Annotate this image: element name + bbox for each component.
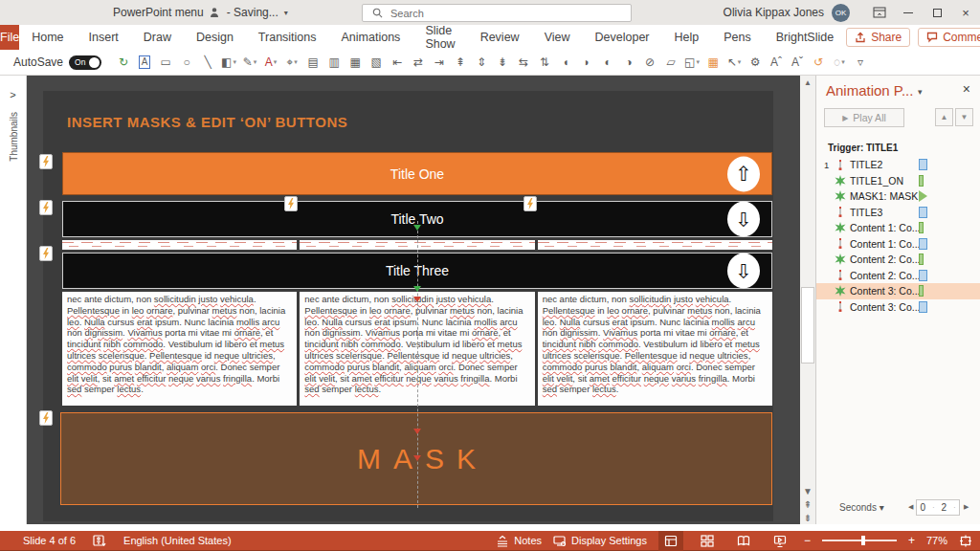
animation-item[interactable]: Content 2: Co... xyxy=(816,252,980,268)
animation-trigger-badge[interactable] xyxy=(39,410,53,426)
animation-item[interactable]: TITLE1_ON xyxy=(816,173,980,189)
accessibility-checker-icon[interactable] xyxy=(93,535,106,547)
align-right-icon[interactable]: ⇥ xyxy=(429,52,450,73)
duplicate-icon[interactable]: ▤ xyxy=(302,52,323,73)
expand-thumbnails-icon[interactable]: > xyxy=(0,89,26,100)
bring-to-front-icon[interactable]: ▧ xyxy=(366,52,387,73)
shape-fill-icon-dropdown[interactable]: ▾ xyxy=(233,58,236,66)
lasso-select-icon[interactable]: ◌▾ xyxy=(829,52,850,73)
animation-painter-icon[interactable]: ↺ xyxy=(808,52,829,73)
zoom-level[interactable]: 77% xyxy=(926,535,947,546)
textbox-icon[interactable]: A xyxy=(134,52,155,73)
saving-caret-icon[interactable]: ▾ xyxy=(284,9,288,17)
timeline-scale[interactable]: 0· 2· xyxy=(916,499,960,516)
shape-outline-icon-dropdown[interactable]: ▾ xyxy=(254,58,257,66)
align-objects-icon[interactable]: ⌖▾ xyxy=(281,52,302,73)
select-pointer-icon-dropdown[interactable]: ▾ xyxy=(738,58,742,66)
user-name[interactable]: Olivia Kippax Jones xyxy=(724,6,824,19)
tab-review[interactable]: Review xyxy=(468,25,532,50)
scrollbar-thumb[interactable] xyxy=(801,287,814,364)
fit-slide-to-window-icon[interactable] xyxy=(959,535,972,547)
animation-trigger-badge[interactable] xyxy=(39,154,53,169)
next-slide-button[interactable]: ⇟ xyxy=(800,511,815,524)
font-color-icon[interactable]: A▾ xyxy=(260,52,281,73)
tab-file[interactable]: File xyxy=(0,25,19,50)
rectangle-shape-icon[interactable]: ▭ xyxy=(155,52,176,73)
animation-timing-bar[interactable] xyxy=(919,207,927,218)
align-middle-icon[interactable]: ⇕ xyxy=(471,52,492,73)
animation-timing-bar[interactable] xyxy=(919,253,924,265)
save-icon[interactable]: ↻ xyxy=(113,52,134,73)
collapsed-content-segment[interactable] xyxy=(538,240,772,250)
reading-view-button[interactable] xyxy=(731,531,756,551)
share-button[interactable]: Share xyxy=(846,28,910,47)
shape-outline-icon[interactable]: ✎▾ xyxy=(239,52,260,73)
select-pointer-icon[interactable]: ↖▾ xyxy=(724,52,745,73)
language-indicator[interactable]: English (United States) xyxy=(123,535,232,546)
notes-button[interactable]: Notes xyxy=(496,535,542,547)
play-all-button[interactable]: ▶ Play All xyxy=(824,108,904,127)
tab-home[interactable]: Home xyxy=(19,25,76,50)
animation-timing-bar[interactable] xyxy=(919,238,927,250)
align-left-icon[interactable]: ⇤ xyxy=(387,52,408,73)
slideshow-view-button[interactable] xyxy=(768,531,792,551)
tab-view[interactable]: View xyxy=(532,25,583,50)
zoom-out-button[interactable]: − xyxy=(804,534,811,547)
animation-timing-bar[interactable] xyxy=(919,301,927,313)
edit-shape-icon[interactable]: ▱ xyxy=(660,52,681,73)
align-objects-icon-dropdown[interactable]: ▾ xyxy=(294,58,298,66)
up-arrow-button[interactable]: ⇧ xyxy=(727,156,760,191)
tab-slide-show[interactable]: Slide Show xyxy=(412,25,467,50)
grow-font-icon[interactable]: Aˆ xyxy=(766,52,787,73)
animation-trigger-badge[interactable] xyxy=(39,246,53,261)
comments-button[interactable]: Comments xyxy=(918,28,980,47)
content-column-3[interactable]: nec ante dictum, non sollicitudin justo … xyxy=(538,292,772,406)
align-bottom-icon[interactable]: ⇟ xyxy=(492,52,513,73)
ribbon-display-options-button[interactable] xyxy=(865,0,894,25)
animation-timing-bar[interactable] xyxy=(919,159,927,170)
tab-help[interactable]: Help xyxy=(662,25,712,50)
pane-menu-caret-icon[interactable]: ▾ xyxy=(918,87,923,97)
merge-intersect-icon[interactable]: ◑ xyxy=(618,52,639,73)
animation-timing-bar[interactable] xyxy=(919,270,927,281)
animation-item[interactable]: Content 2: Co... xyxy=(816,268,980,284)
distribute-vertical-icon[interactable]: ⇅ xyxy=(534,52,555,73)
tab-developer[interactable]: Developer xyxy=(583,25,662,50)
merge-union-icon[interactable]: ◖ xyxy=(555,52,576,73)
animation-timing-bar[interactable] xyxy=(919,285,924,297)
down-arrow-button[interactable]: ⇩ xyxy=(727,202,760,237)
zoom-slider[interactable] xyxy=(822,540,897,541)
merge-fragment-icon[interactable]: ◐ xyxy=(597,52,618,73)
animation-item[interactable]: 1TITLE2 xyxy=(816,157,980,173)
tab-brightslide[interactable]: BrightSlide xyxy=(764,25,846,50)
content-column-1[interactable]: nec ante dictum, non sollicitudin justo … xyxy=(62,292,297,406)
previous-slide-button[interactable]: ⇞ xyxy=(800,497,815,511)
settings-gear-icon[interactable]: ⚙ xyxy=(745,52,766,73)
timeline-scroll-right-icon[interactable]: ▶ xyxy=(964,503,969,511)
align-center-icon[interactable]: ⇄ xyxy=(408,52,429,73)
timeline-scroll-left-icon[interactable]: ◀ xyxy=(908,503,913,511)
group-objects-icon-dropdown[interactable]: ▾ xyxy=(696,58,700,66)
distribute-horizontal-icon[interactable]: ⇆ xyxy=(513,52,534,73)
slide-number-indicator[interactable]: Slide 4 of 6 xyxy=(23,535,76,546)
close-button[interactable]: × xyxy=(951,0,980,25)
restore-button[interactable] xyxy=(923,0,951,25)
slide-sorter-view-button[interactable] xyxy=(695,531,720,551)
tab-insert[interactable]: Insert xyxy=(77,25,131,50)
send-backward-icon[interactable]: ▦ xyxy=(345,52,366,73)
group-objects-icon[interactable]: ◱▾ xyxy=(681,52,702,73)
shape-fill-icon[interactable]: ◧▾ xyxy=(218,52,239,73)
minimize-button[interactable] xyxy=(894,0,923,25)
tab-design[interactable]: Design xyxy=(184,25,246,50)
search-input[interactable]: Search xyxy=(362,4,632,22)
move-later-button[interactable]: ▼ xyxy=(955,108,973,126)
slide-heading[interactable]: INSERT MASKS & EDIT ‘ON’ BUTTONS xyxy=(67,114,347,130)
tab-transitions[interactable]: Transitions xyxy=(246,25,329,50)
motion-path-line[interactable] xyxy=(417,221,418,508)
animation-trigger-badge[interactable] xyxy=(523,196,537,211)
tab-draw[interactable]: Draw xyxy=(131,25,184,50)
down-arrow-button[interactable]: ⇩ xyxy=(727,253,760,289)
slide[interactable]: INSERT MASKS & EDIT ‘ON’ BUTTONS Title O… xyxy=(43,91,773,521)
bring-forward-icon[interactable]: ▥ xyxy=(323,52,345,73)
scroll-up-icon[interactable]: ▲ xyxy=(800,76,815,90)
